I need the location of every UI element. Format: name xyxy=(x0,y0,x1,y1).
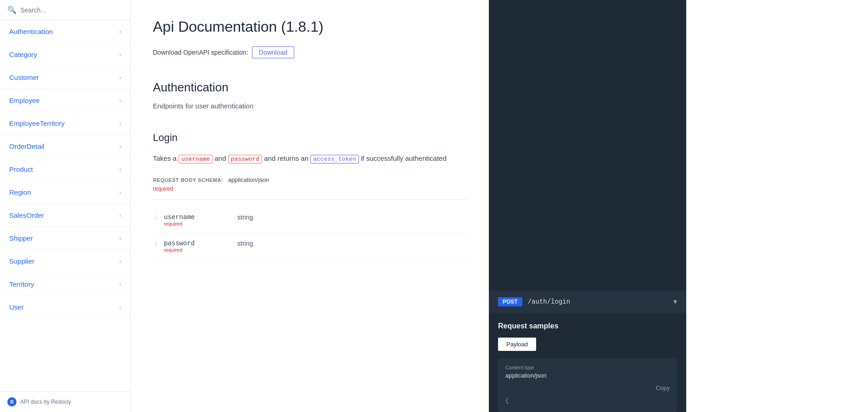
chevron-right-icon: › xyxy=(119,281,121,288)
sidebar-item-shipper[interactable]: Shipper› xyxy=(0,227,130,250)
field-required-label: required xyxy=(164,221,237,226)
sidebar-item-label: SalesOrder xyxy=(9,211,44,219)
login-desc-and: and xyxy=(214,154,226,162)
access-token-code: access_token xyxy=(310,155,359,164)
sidebar-item-label: EmployeeTerritory xyxy=(9,119,65,127)
sidebar-item-label: Customer xyxy=(9,73,39,81)
sidebar-item-label: Authentication xyxy=(9,28,53,35)
sidebar-item-label: Category xyxy=(9,51,37,58)
content-type-label: Content type xyxy=(505,365,670,370)
login-desc-suffix: if successfully authenticated xyxy=(361,154,447,162)
password-code: password xyxy=(228,155,262,164)
sidebar-item-user[interactable]: User› xyxy=(0,296,130,319)
chevron-right-icon: › xyxy=(119,28,121,35)
chevron-right-icon: › xyxy=(119,97,121,104)
download-button[interactable]: Download xyxy=(252,46,294,58)
sidebar-footer-text: API docs by Redocly xyxy=(20,399,71,405)
sidebar-item-category[interactable]: Category› xyxy=(0,43,130,66)
request-samples-title: Request samples xyxy=(498,322,677,330)
search-box[interactable]: 🔍 xyxy=(0,0,130,20)
sidebar-item-label: OrderDetail xyxy=(9,142,45,150)
endpoint-path: /auth/login xyxy=(528,298,673,305)
redocly-icon: R xyxy=(7,397,17,406)
sidebar-item-territory[interactable]: Territory› xyxy=(0,273,130,296)
chevron-right-icon: › xyxy=(119,189,121,196)
schema-header-label: REQUEST BODY SCHEMA: xyxy=(153,177,223,183)
sidebar-item-label: Product xyxy=(9,165,33,173)
fields-list: └ username required string └ password re… xyxy=(153,207,467,260)
main-content: Api Documentation (1.8.1) Download OpenA… xyxy=(131,0,489,412)
download-label: Download OpenAPI specification: xyxy=(153,49,248,56)
schema-required: required xyxy=(153,186,467,192)
field-tree-icon: └ xyxy=(153,240,164,249)
login-desc: Takes a username and password and return… xyxy=(153,153,467,164)
schema-type: application/json xyxy=(228,176,269,183)
login-title: Login xyxy=(153,132,467,144)
sidebar-nav: Authentication›Category›Customer›Employe… xyxy=(0,20,130,319)
chevron-right-icon: › xyxy=(119,258,121,265)
auth-section-title: Authentication xyxy=(153,80,467,95)
chevron-right-icon: › xyxy=(119,235,121,242)
sidebar-item-region[interactable]: Region› xyxy=(0,181,130,204)
json-preview: { xyxy=(505,395,670,406)
chevron-right-icon: › xyxy=(119,120,121,127)
chevron-right-icon: › xyxy=(119,166,121,173)
sidebar-item-customer[interactable]: Customer› xyxy=(0,66,130,89)
right-panel: POST /auth/login ▾ Request samples Paylo… xyxy=(489,0,686,412)
chevron-right-icon: › xyxy=(119,212,121,219)
sidebar-item-label: Region xyxy=(9,188,31,196)
chevron-right-icon: › xyxy=(119,143,121,150)
field-tree-icon: └ xyxy=(153,214,164,223)
schema-divider xyxy=(153,199,467,200)
login-desc-prefix: Takes a xyxy=(153,154,177,162)
page-title: Api Documentation (1.8.1) xyxy=(153,18,467,35)
payload-button[interactable]: Payload xyxy=(498,338,536,351)
field-name-block: username required xyxy=(164,214,237,226)
field-name: username xyxy=(164,214,237,221)
download-row: Download OpenAPI specification: Download xyxy=(153,46,467,58)
copy-button[interactable]: Copy xyxy=(656,384,670,391)
sidebar-item-label: Employee xyxy=(9,96,40,104)
sidebar-footer: R API docs by Redocly xyxy=(0,391,130,412)
content-type-box: Content type application/json Copy { xyxy=(498,358,677,412)
content-type-value: application/json xyxy=(505,372,670,379)
field-row: └ password required string xyxy=(153,233,467,260)
copy-row: Copy xyxy=(505,384,670,391)
field-required-label: required xyxy=(164,247,237,253)
endpoint-bar[interactable]: POST /auth/login ▾ xyxy=(489,291,686,313)
sidebar-item-employee[interactable]: Employee› xyxy=(0,89,130,112)
username-code: username xyxy=(179,155,213,164)
sidebar-item-employeeterritory[interactable]: EmployeeTerritory› xyxy=(0,112,130,135)
sidebar-item-salesorder[interactable]: SalesOrder› xyxy=(0,204,130,227)
right-panel-top xyxy=(489,0,686,291)
chevron-right-icon: › xyxy=(119,74,121,81)
search-icon: 🔍 xyxy=(7,6,17,14)
search-input[interactable] xyxy=(20,6,123,14)
schema-header-row: REQUEST BODY SCHEMA: application/json xyxy=(153,175,467,184)
chevron-right-icon: › xyxy=(119,51,121,58)
field-name-block: password required xyxy=(164,240,237,253)
sidebar-item-label: User xyxy=(9,303,24,311)
request-samples-section: Request samples Payload Content type app… xyxy=(489,313,686,412)
method-badge: POST xyxy=(498,297,522,306)
sidebar-item-label: Shipper xyxy=(9,234,33,242)
field-type: string xyxy=(237,214,253,221)
sidebar: 🔍 Authentication›Category›Customer›Emplo… xyxy=(0,0,131,412)
auth-section-desc: Endpoints for user authentication xyxy=(153,102,467,110)
sidebar-item-label: Territory xyxy=(9,280,34,288)
field-type: string xyxy=(237,240,253,247)
sidebar-item-product[interactable]: Product› xyxy=(0,158,130,181)
sidebar-item-orderdetail[interactable]: OrderDetail› xyxy=(0,135,130,158)
login-desc-mid: and returns an xyxy=(264,154,308,162)
sidebar-item-label: Supplier xyxy=(9,257,34,265)
field-name: password xyxy=(164,240,237,247)
sidebar-item-supplier[interactable]: Supplier› xyxy=(0,250,130,273)
chevron-right-icon: › xyxy=(119,304,121,310)
sidebar-item-authentication[interactable]: Authentication› xyxy=(0,20,130,43)
endpoint-chevron-icon: ▾ xyxy=(673,297,677,306)
field-row: └ username required string xyxy=(153,207,467,233)
